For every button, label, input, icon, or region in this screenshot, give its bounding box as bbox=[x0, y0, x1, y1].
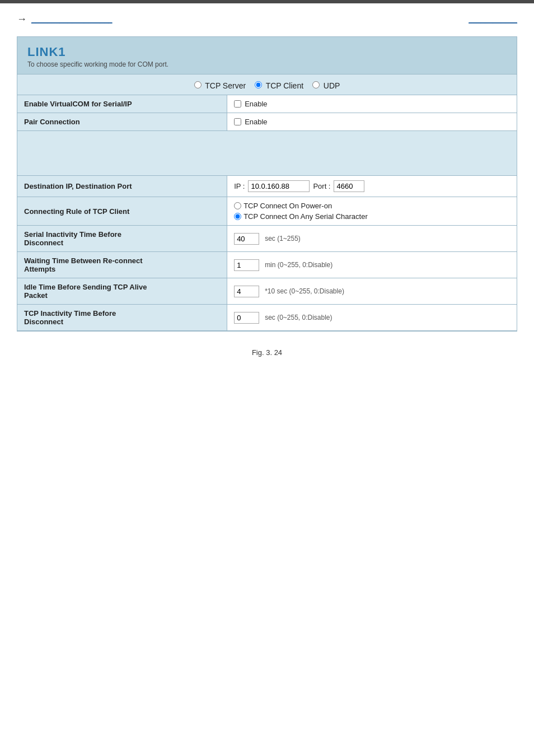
serial-inactivity-label-line2: Disconnect bbox=[24, 239, 63, 247]
ip-label-text: IP : bbox=[234, 182, 245, 190]
mode-tcp-client-text: TCP Client bbox=[266, 81, 303, 90]
mode-tcp-client-radio[interactable] bbox=[255, 81, 262, 88]
idle-time-value: *10 sec (0~255, 0:Disable) bbox=[227, 278, 517, 305]
nav-link-1[interactable]: ____________________ bbox=[31, 15, 113, 24]
virtualcom-label: Enable VirtualCOM for Serial/IP bbox=[17, 95, 227, 113]
mode-tcp-server-text: TCP Server bbox=[205, 81, 246, 90]
mode-selector: TCP Server TCP Client UDP bbox=[17, 74, 517, 95]
tcp-inactivity-label-line1: TCP Inactivity Time Before bbox=[24, 309, 116, 318]
pair-label: Pair Connection bbox=[17, 113, 227, 131]
pair-value: Enable bbox=[227, 113, 517, 131]
table-row-empty bbox=[17, 131, 517, 176]
serial-inactivity-unit: sec (1~255) bbox=[265, 235, 301, 242]
mode-tcp-server-radio[interactable] bbox=[194, 81, 202, 88]
port-label-text: Port : bbox=[313, 182, 330, 190]
table-row-pair: Pair Connection Enable bbox=[17, 113, 517, 131]
nav-arrow: → bbox=[17, 13, 27, 25]
tcp-inactivity-label-line2: Disconnect bbox=[24, 318, 63, 326]
table-row-idle-time: Idle Time Before Sending TCP Alive Packe… bbox=[17, 278, 517, 305]
waiting-time-value: min (0~255, 0:Disable) bbox=[227, 252, 517, 278]
connecting-option1-text: TCP Connect On Power-on bbox=[243, 202, 332, 210]
waiting-time-label: Waiting Time Between Re-connect Attempts bbox=[17, 252, 227, 278]
main-panel: LINK1 To choose specific working mode fo… bbox=[17, 36, 517, 332]
serial-inactivity-input[interactable] bbox=[234, 233, 259, 245]
panel-subtitle: To choose specific working mode for COM … bbox=[27, 60, 507, 68]
virtualcom-checkbox[interactable] bbox=[234, 100, 241, 108]
table-row-dest: Destination IP, Destination Port IP : Po… bbox=[17, 176, 517, 197]
tcp-inactivity-label: TCP Inactivity Time Before Disconnect bbox=[17, 305, 227, 331]
waiting-time-unit: min (0~255, 0:Disable) bbox=[265, 261, 332, 269]
idle-time-unit: *10 sec (0~255, 0:Disable) bbox=[265, 287, 344, 295]
serial-inactivity-label: Serial Inactivity Time Before Disconnect bbox=[17, 226, 227, 252]
idle-time-input[interactable] bbox=[234, 286, 259, 297]
idle-time-label-line1: Idle Time Before Sending TCP Alive bbox=[24, 283, 147, 291]
panel-title: LINK1 bbox=[27, 45, 507, 59]
waiting-time-label-line1: Waiting Time Between Re-connect bbox=[24, 256, 143, 265]
connecting-radio-power[interactable] bbox=[234, 202, 241, 209]
pair-enable-text: Enable bbox=[245, 118, 267, 126]
waiting-time-label-line2: Attempts bbox=[24, 265, 55, 273]
connecting-value: TCP Connect On Power-on TCP Connect On A… bbox=[227, 197, 517, 226]
figure-label: Fig. 3. 24 bbox=[0, 348, 534, 357]
mode-udp-label[interactable]: UDP bbox=[312, 81, 340, 90]
nav-area: → ____________________ ____________ bbox=[0, 3, 534, 31]
dest-label: Destination IP, Destination Port bbox=[17, 176, 227, 197]
waiting-time-input[interactable] bbox=[234, 259, 259, 271]
mode-udp-radio[interactable] bbox=[312, 81, 320, 88]
connecting-label: Connecting Rule of TCP Client bbox=[17, 197, 227, 226]
table-row-connecting: Connecting Rule of TCP Client TCP Connec… bbox=[17, 197, 517, 226]
table-row-waiting-time: Waiting Time Between Re-connect Attempts… bbox=[17, 252, 517, 278]
tcp-inactivity-unit: sec (0~255, 0:Disable) bbox=[265, 314, 332, 321]
connecting-option1-label[interactable]: TCP Connect On Power-on bbox=[234, 202, 510, 210]
table-row-virtualcom: Enable VirtualCOM for Serial/IP Enable bbox=[17, 95, 517, 113]
ip-input[interactable] bbox=[248, 180, 310, 192]
mode-tcp-server-label[interactable]: TCP Server bbox=[194, 81, 248, 90]
dest-value: IP : Port : bbox=[227, 176, 517, 197]
virtualcom-enable-text: Enable bbox=[245, 100, 267, 108]
mode-udp-text: UDP bbox=[324, 81, 340, 90]
table-row-serial-inactivity: Serial Inactivity Time Before Disconnect… bbox=[17, 226, 517, 252]
connecting-option2-label[interactable]: TCP Connect On Any Serial Character bbox=[234, 212, 510, 221]
tcp-inactivity-value: sec (0~255, 0:Disable) bbox=[227, 305, 517, 331]
tcp-inactivity-input[interactable] bbox=[234, 312, 259, 324]
virtualcom-value: Enable bbox=[227, 95, 517, 113]
idle-time-label-line2: Packet bbox=[24, 291, 48, 300]
table-row-tcp-inactivity: TCP Inactivity Time Before Disconnect se… bbox=[17, 305, 517, 331]
panel-header: LINK1 To choose specific working mode fo… bbox=[17, 37, 517, 74]
mode-tcp-client-label[interactable]: TCP Client bbox=[255, 81, 306, 90]
empty-section bbox=[17, 131, 517, 176]
connecting-option2-text: TCP Connect On Any Serial Character bbox=[243, 212, 368, 221]
connecting-radio-serial[interactable] bbox=[234, 213, 241, 220]
port-input[interactable] bbox=[334, 180, 364, 192]
nav-link-2[interactable]: ____________ bbox=[469, 15, 517, 24]
settings-table: Enable VirtualCOM for Serial/IP Enable P… bbox=[17, 95, 517, 331]
serial-inactivity-label-line1: Serial Inactivity Time Before bbox=[24, 230, 121, 239]
serial-inactivity-value: sec (1~255) bbox=[227, 226, 517, 252]
idle-time-label: Idle Time Before Sending TCP Alive Packe… bbox=[17, 278, 227, 305]
pair-checkbox[interactable] bbox=[234, 118, 241, 125]
